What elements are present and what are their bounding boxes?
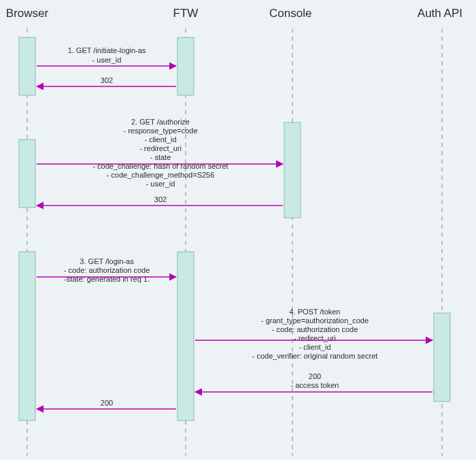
- m2-line1: 2. GET /authorize: [131, 118, 190, 126]
- activation-authapi-1: [434, 313, 450, 401]
- activation-ftw-1: [177, 37, 194, 95]
- m1-line1: 1. GET /initiate-login-as: [68, 46, 146, 54]
- m1-line2: - user_id: [92, 56, 122, 64]
- activation-browser-1: [19, 37, 35, 95]
- m5-resp: 200: [101, 399, 113, 407]
- m4-line3: - code: authorization code: [272, 325, 358, 333]
- m4-line5: - client_id: [299, 343, 330, 351]
- m3-line3: -state: generated in req 1.: [64, 275, 150, 283]
- m2-line5: - state: [150, 153, 171, 161]
- m4-line6: - code_verifier: original random secret: [252, 352, 378, 360]
- m4-resp1: 200: [309, 372, 321, 380]
- m4-line1: 4. POST /token: [289, 308, 340, 316]
- m2-line8: - user_id: [146, 180, 175, 188]
- m2-line7: - code_challenge_method=S256: [107, 171, 215, 179]
- m3-line1: 3. GET /login-as: [80, 257, 134, 265]
- participant-console: Console: [269, 7, 311, 20]
- participant-ftw: FTW: [173, 7, 199, 20]
- m2-line2: - response_type=code: [123, 127, 197, 135]
- activation-console-1: [284, 122, 301, 218]
- m4-resp2: - access token: [291, 381, 339, 389]
- activation-browser-3: [19, 252, 35, 421]
- participant-authapi: Auth API: [418, 7, 462, 20]
- m2-line4: - redirect_uri: [139, 144, 182, 152]
- m4-line4: - redirect_uri: [294, 334, 336, 342]
- activation-ftw-2: [177, 252, 194, 421]
- m2-resp: 302: [154, 195, 167, 203]
- m3-line2: - code: authorization code: [64, 266, 150, 274]
- m2-line3: - client_id: [144, 135, 176, 144]
- m1-resp: 302: [101, 76, 113, 84]
- participant-browser: Browser: [6, 7, 49, 20]
- activation-browser-2: [19, 139, 35, 208]
- m4-line2: - grant_type=authorization_code: [261, 316, 369, 325]
- m2-line6: - code_challenge: hash of random secret: [92, 162, 228, 170]
